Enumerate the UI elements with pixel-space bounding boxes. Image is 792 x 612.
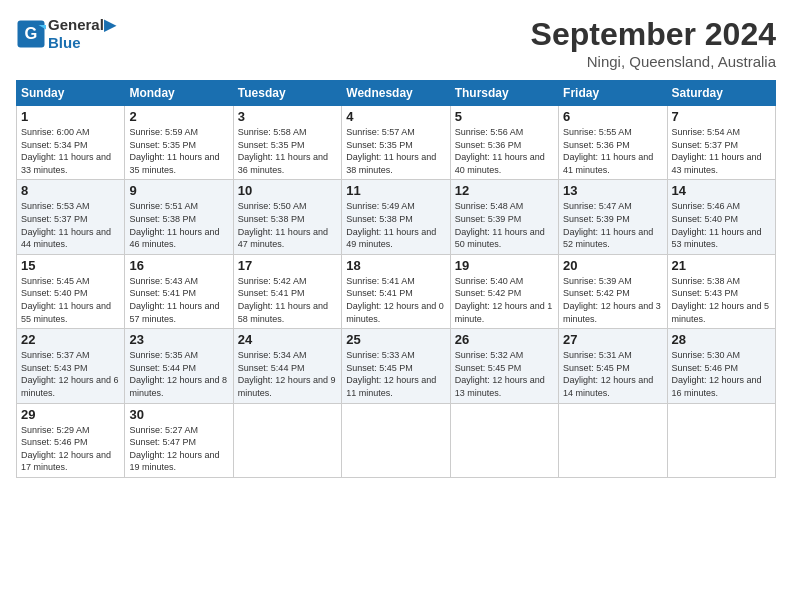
day-number: 15	[21, 258, 120, 273]
day-cell-7: 7Sunrise: 5:54 AMSunset: 5:37 PMDaylight…	[667, 106, 775, 180]
day-cell-24: 24Sunrise: 5:34 AMSunset: 5:44 PMDayligh…	[233, 329, 341, 403]
empty-cell	[450, 403, 558, 477]
day-cell-27: 27Sunrise: 5:31 AMSunset: 5:45 PMDayligh…	[559, 329, 667, 403]
day-cell-10: 10Sunrise: 5:50 AMSunset: 5:38 PMDayligh…	[233, 180, 341, 254]
day-cell-4: 4Sunrise: 5:57 AMSunset: 5:35 PMDaylight…	[342, 106, 450, 180]
day-cell-1: 1Sunrise: 6:00 AMSunset: 5:34 PMDaylight…	[17, 106, 125, 180]
day-cell-23: 23Sunrise: 5:35 AMSunset: 5:44 PMDayligh…	[125, 329, 233, 403]
day-number: 14	[672, 183, 771, 198]
day-cell-13: 13Sunrise: 5:47 AMSunset: 5:39 PMDayligh…	[559, 180, 667, 254]
title-block: September 2024 Ningi, Queensland, Austra…	[531, 16, 776, 70]
day-cell-6: 6Sunrise: 5:55 AMSunset: 5:36 PMDaylight…	[559, 106, 667, 180]
day-number: 18	[346, 258, 445, 273]
day-cell-28: 28Sunrise: 5:30 AMSunset: 5:46 PMDayligh…	[667, 329, 775, 403]
day-number: 20	[563, 258, 662, 273]
day-header-sunday: Sunday	[17, 81, 125, 106]
day-info: Sunrise: 5:58 AMSunset: 5:35 PMDaylight:…	[238, 126, 337, 176]
day-number: 2	[129, 109, 228, 124]
logo-text: General▶ Blue	[48, 16, 116, 51]
day-info: Sunrise: 5:47 AMSunset: 5:39 PMDaylight:…	[563, 200, 662, 250]
day-info: Sunrise: 5:45 AMSunset: 5:40 PMDaylight:…	[21, 275, 120, 325]
day-info: Sunrise: 5:39 AMSunset: 5:42 PMDaylight:…	[563, 275, 662, 325]
day-cell-5: 5Sunrise: 5:56 AMSunset: 5:36 PMDaylight…	[450, 106, 558, 180]
day-number: 27	[563, 332, 662, 347]
day-number: 1	[21, 109, 120, 124]
day-info: Sunrise: 5:54 AMSunset: 5:37 PMDaylight:…	[672, 126, 771, 176]
logo-icon: G	[16, 19, 46, 49]
calendar-table: SundayMondayTuesdayWednesdayThursdayFrid…	[16, 80, 776, 478]
day-info: Sunrise: 5:46 AMSunset: 5:40 PMDaylight:…	[672, 200, 771, 250]
day-number: 7	[672, 109, 771, 124]
empty-cell	[559, 403, 667, 477]
day-cell-2: 2Sunrise: 5:59 AMSunset: 5:35 PMDaylight…	[125, 106, 233, 180]
day-number: 29	[21, 407, 120, 422]
day-info: Sunrise: 5:30 AMSunset: 5:46 PMDaylight:…	[672, 349, 771, 399]
day-number: 17	[238, 258, 337, 273]
day-number: 23	[129, 332, 228, 347]
day-cell-21: 21Sunrise: 5:38 AMSunset: 5:43 PMDayligh…	[667, 254, 775, 328]
day-number: 13	[563, 183, 662, 198]
day-number: 26	[455, 332, 554, 347]
day-number: 8	[21, 183, 120, 198]
day-info: Sunrise: 5:40 AMSunset: 5:42 PMDaylight:…	[455, 275, 554, 325]
calendar-page: G General▶ Blue September 2024 Ningi, Qu…	[0, 0, 792, 612]
day-info: Sunrise: 5:51 AMSunset: 5:38 PMDaylight:…	[129, 200, 228, 250]
day-info: Sunrise: 5:37 AMSunset: 5:43 PMDaylight:…	[21, 349, 120, 399]
day-info: Sunrise: 5:35 AMSunset: 5:44 PMDaylight:…	[129, 349, 228, 399]
day-header-saturday: Saturday	[667, 81, 775, 106]
day-info: Sunrise: 5:33 AMSunset: 5:45 PMDaylight:…	[346, 349, 445, 399]
day-info: Sunrise: 5:55 AMSunset: 5:36 PMDaylight:…	[563, 126, 662, 176]
day-number: 12	[455, 183, 554, 198]
day-info: Sunrise: 5:50 AMSunset: 5:38 PMDaylight:…	[238, 200, 337, 250]
day-cell-12: 12Sunrise: 5:48 AMSunset: 5:39 PMDayligh…	[450, 180, 558, 254]
day-info: Sunrise: 6:00 AMSunset: 5:34 PMDaylight:…	[21, 126, 120, 176]
day-cell-15: 15Sunrise: 5:45 AMSunset: 5:40 PMDayligh…	[17, 254, 125, 328]
day-cell-17: 17Sunrise: 5:42 AMSunset: 5:41 PMDayligh…	[233, 254, 341, 328]
day-info: Sunrise: 5:29 AMSunset: 5:46 PMDaylight:…	[21, 424, 120, 474]
day-number: 10	[238, 183, 337, 198]
day-info: Sunrise: 5:34 AMSunset: 5:44 PMDaylight:…	[238, 349, 337, 399]
day-info: Sunrise: 5:41 AMSunset: 5:41 PMDaylight:…	[346, 275, 445, 325]
day-info: Sunrise: 5:32 AMSunset: 5:45 PMDaylight:…	[455, 349, 554, 399]
day-number: 16	[129, 258, 228, 273]
week-row-2: 8Sunrise: 5:53 AMSunset: 5:37 PMDaylight…	[17, 180, 776, 254]
month-title: September 2024	[531, 16, 776, 53]
day-number: 19	[455, 258, 554, 273]
page-header: G General▶ Blue September 2024 Ningi, Qu…	[16, 16, 776, 70]
day-header-wednesday: Wednesday	[342, 81, 450, 106]
day-number: 25	[346, 332, 445, 347]
day-cell-9: 9Sunrise: 5:51 AMSunset: 5:38 PMDaylight…	[125, 180, 233, 254]
day-cell-16: 16Sunrise: 5:43 AMSunset: 5:41 PMDayligh…	[125, 254, 233, 328]
day-info: Sunrise: 5:27 AMSunset: 5:47 PMDaylight:…	[129, 424, 228, 474]
day-cell-14: 14Sunrise: 5:46 AMSunset: 5:40 PMDayligh…	[667, 180, 775, 254]
day-number: 3	[238, 109, 337, 124]
day-number: 11	[346, 183, 445, 198]
day-number: 28	[672, 332, 771, 347]
day-header-thursday: Thursday	[450, 81, 558, 106]
day-number: 6	[563, 109, 662, 124]
day-info: Sunrise: 5:56 AMSunset: 5:36 PMDaylight:…	[455, 126, 554, 176]
day-header-monday: Monday	[125, 81, 233, 106]
empty-cell	[342, 403, 450, 477]
day-info: Sunrise: 5:43 AMSunset: 5:41 PMDaylight:…	[129, 275, 228, 325]
day-cell-26: 26Sunrise: 5:32 AMSunset: 5:45 PMDayligh…	[450, 329, 558, 403]
day-number: 5	[455, 109, 554, 124]
day-info: Sunrise: 5:31 AMSunset: 5:45 PMDaylight:…	[563, 349, 662, 399]
day-number: 22	[21, 332, 120, 347]
svg-text:G: G	[25, 23, 38, 41]
day-number: 30	[129, 407, 228, 422]
day-info: Sunrise: 5:42 AMSunset: 5:41 PMDaylight:…	[238, 275, 337, 325]
day-cell-22: 22Sunrise: 5:37 AMSunset: 5:43 PMDayligh…	[17, 329, 125, 403]
day-cell-20: 20Sunrise: 5:39 AMSunset: 5:42 PMDayligh…	[559, 254, 667, 328]
day-info: Sunrise: 5:53 AMSunset: 5:37 PMDaylight:…	[21, 200, 120, 250]
day-cell-3: 3Sunrise: 5:58 AMSunset: 5:35 PMDaylight…	[233, 106, 341, 180]
day-cell-18: 18Sunrise: 5:41 AMSunset: 5:41 PMDayligh…	[342, 254, 450, 328]
day-header-friday: Friday	[559, 81, 667, 106]
day-number: 9	[129, 183, 228, 198]
day-number: 21	[672, 258, 771, 273]
day-number: 4	[346, 109, 445, 124]
day-cell-30: 30Sunrise: 5:27 AMSunset: 5:47 PMDayligh…	[125, 403, 233, 477]
week-row-5: 29Sunrise: 5:29 AMSunset: 5:46 PMDayligh…	[17, 403, 776, 477]
location-title: Ningi, Queensland, Australia	[531, 53, 776, 70]
day-info: Sunrise: 5:49 AMSunset: 5:38 PMDaylight:…	[346, 200, 445, 250]
